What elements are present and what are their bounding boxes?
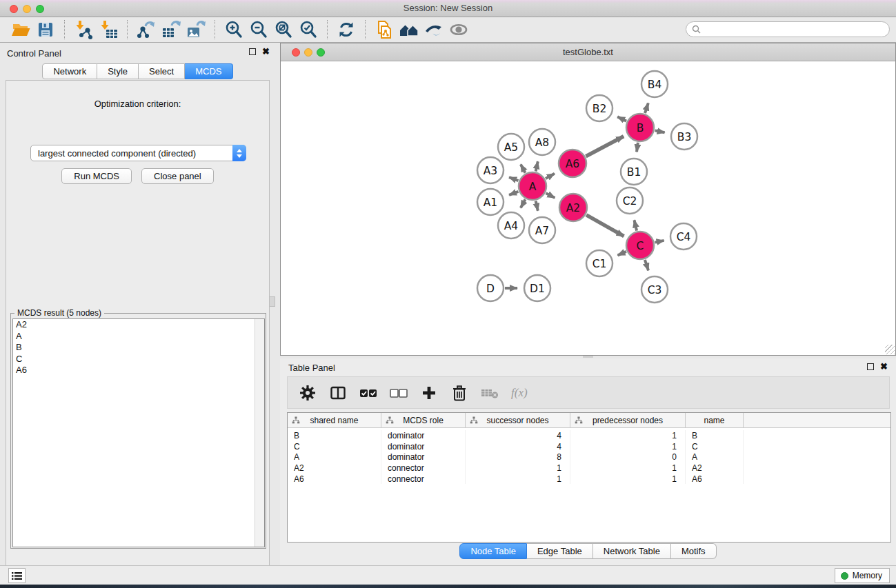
show-hide-styles-icon[interactable] bbox=[421, 19, 446, 41]
optimization-criterion-dropdown[interactable]: largest connected component (directed) bbox=[30, 145, 246, 161]
graph-edge-A-A4[interactable] bbox=[521, 199, 526, 207]
close-panel-button[interactable]: Close panel bbox=[141, 168, 214, 184]
graph-edge-B-B1[interactable] bbox=[637, 143, 638, 152]
graph-node-C3[interactable]: C3 bbox=[641, 276, 668, 303]
table-cell[interactable]: 1 bbox=[570, 441, 686, 452]
column-header-predecessor-nodes[interactable]: predecessor nodes bbox=[570, 413, 686, 427]
graph-edge-C-C1[interactable] bbox=[618, 252, 626, 255]
close-panel-icon[interactable]: ✖ bbox=[262, 48, 270, 55]
graph-node-C[interactable]: C bbox=[626, 232, 654, 259]
table-row[interactable]: A2connector11A2 bbox=[288, 463, 890, 474]
graph-edge-C-C4[interactable] bbox=[655, 241, 664, 243]
task-history-button[interactable] bbox=[8, 568, 26, 583]
graph-node-A1[interactable]: A1 bbox=[477, 189, 504, 215]
graph-node-B2[interactable]: B2 bbox=[586, 95, 613, 121]
graph-node-B4[interactable]: B4 bbox=[641, 71, 668, 97]
table-cell[interactable]: A bbox=[686, 452, 744, 463]
refresh-view-icon[interactable] bbox=[334, 19, 359, 41]
window-resize-grip[interactable] bbox=[885, 345, 895, 354]
graph-node-A[interactable]: A bbox=[519, 172, 546, 200]
tab-edge-table[interactable]: Edge Table bbox=[527, 543, 593, 559]
close-table-panel-icon[interactable]: ✖ bbox=[880, 363, 888, 370]
table-cell[interactable]: A2 bbox=[686, 463, 744, 474]
zoom-in-icon[interactable] bbox=[221, 19, 246, 41]
graph-node-A3[interactable]: A3 bbox=[477, 157, 504, 183]
table-row[interactable]: Bdominator41B bbox=[288, 430, 890, 441]
table-cell[interactable]: 4 bbox=[466, 430, 570, 441]
column-header-shared-name[interactable]: shared name bbox=[288, 413, 381, 427]
graph-node-B1[interactable]: B1 bbox=[621, 159, 647, 185]
graph-node-A6[interactable]: A6 bbox=[559, 150, 586, 177]
table-row[interactable]: Adominator80A bbox=[288, 452, 890, 463]
zoom-out-icon[interactable] bbox=[246, 19, 271, 41]
mcds-result-item[interactable]: A bbox=[13, 331, 264, 343]
table-cell[interactable]: A6 bbox=[288, 474, 381, 485]
table-cell[interactable]: dominator bbox=[381, 452, 466, 463]
open-session-icon[interactable] bbox=[8, 19, 33, 41]
memory-button[interactable]: Memory bbox=[835, 568, 890, 583]
mcds-result-item[interactable]: A6 bbox=[13, 365, 264, 376]
mcds-result-item[interactable]: A2 bbox=[13, 319, 264, 331]
add-column-icon[interactable] bbox=[419, 383, 439, 403]
graph-edge-A-A5[interactable] bbox=[521, 165, 526, 173]
run-mcds-button[interactable]: Run MCDS bbox=[61, 168, 132, 184]
table-options-gear-icon[interactable] bbox=[297, 383, 318, 403]
tab-motifs[interactable]: Motifs bbox=[671, 543, 717, 559]
delete-table-icon[interactable] bbox=[479, 383, 500, 403]
mcds-result-item[interactable]: C bbox=[13, 354, 264, 365]
clone-network-icon[interactable] bbox=[372, 19, 397, 41]
table-cell[interactable]: 8 bbox=[466, 452, 570, 463]
graph-edge-A-A6[interactable] bbox=[546, 174, 555, 179]
export-network-icon[interactable] bbox=[134, 19, 159, 41]
import-table-icon[interactable] bbox=[96, 19, 121, 41]
graph-node-B[interactable]: B bbox=[626, 114, 654, 141]
table-cell[interactable]: 1 bbox=[466, 463, 570, 474]
show-column-icon[interactable] bbox=[328, 383, 348, 403]
tab-select[interactable]: Select bbox=[139, 63, 185, 79]
graph-node-A7[interactable]: A7 bbox=[529, 217, 555, 243]
graph-node-A5[interactable]: A5 bbox=[498, 134, 524, 160]
tab-style[interactable]: Style bbox=[97, 63, 139, 79]
export-image-icon[interactable] bbox=[183, 19, 208, 41]
table-cell[interactable]: A bbox=[288, 452, 381, 463]
graph-edge-B-B2[interactable] bbox=[617, 116, 626, 121]
tab-node-table[interactable]: Node Table bbox=[459, 543, 527, 559]
import-network-icon[interactable] bbox=[71, 19, 96, 41]
table-cell[interactable]: A2 bbox=[288, 463, 381, 474]
graph-node-C1[interactable]: C1 bbox=[586, 250, 613, 276]
function-builder-icon[interactable]: f(x) bbox=[511, 386, 528, 400]
horizontal-split-grip[interactable] bbox=[583, 356, 593, 358]
show-hide-eye-icon[interactable] bbox=[446, 19, 471, 41]
network-canvas[interactable]: B4B2BB3B1A5A8A6A3AA1C2A2A4A7C4CC1C3DD1 bbox=[281, 61, 895, 355]
graph-edge-C-C3[interactable] bbox=[645, 260, 648, 271]
column-header-name[interactable]: name bbox=[686, 413, 744, 427]
table-cell[interactable]: dominator bbox=[381, 441, 466, 452]
mcds-list-scrollbar[interactable] bbox=[255, 319, 264, 547]
graph-edge-A6-B[interactable] bbox=[586, 136, 624, 156]
graph-node-A8[interactable]: A8 bbox=[529, 129, 555, 155]
table-cell[interactable]: 1 bbox=[570, 463, 686, 474]
table-cell[interactable]: 0 bbox=[570, 452, 686, 463]
table-cell[interactable]: B bbox=[686, 430, 744, 441]
table-cell[interactable]: C bbox=[288, 441, 381, 452]
graph-edge-A-A1[interactable] bbox=[509, 192, 518, 195]
graph-node-A2[interactable]: A2 bbox=[559, 194, 587, 221]
table-cell[interactable]: connector bbox=[381, 463, 466, 474]
save-session-icon[interactable] bbox=[33, 19, 58, 41]
graph-edge-A-A7[interactable] bbox=[536, 201, 538, 211]
graph-node-C4[interactable]: C4 bbox=[670, 223, 697, 250]
tab-mcds[interactable]: MCDS bbox=[185, 63, 232, 79]
table-cell[interactable]: connector bbox=[381, 474, 466, 485]
table-cell[interactable]: B bbox=[288, 430, 381, 441]
table-cell[interactable]: 1 bbox=[570, 474, 686, 485]
graph-edge-B-B4[interactable] bbox=[645, 103, 648, 114]
graph-node-D[interactable]: D bbox=[477, 275, 504, 301]
graph-edge-A-A8[interactable] bbox=[536, 161, 538, 171]
mcds-result-item[interactable]: B bbox=[13, 342, 264, 354]
graph-node-A4[interactable]: A4 bbox=[498, 212, 524, 239]
graph-node-C2[interactable]: C2 bbox=[617, 187, 643, 214]
table-cell[interactable]: A6 bbox=[686, 474, 744, 485]
export-table-icon[interactable] bbox=[159, 19, 183, 41]
graph-edge-A-A3[interactable] bbox=[509, 177, 518, 181]
float-table-panel-icon[interactable] bbox=[867, 363, 874, 370]
